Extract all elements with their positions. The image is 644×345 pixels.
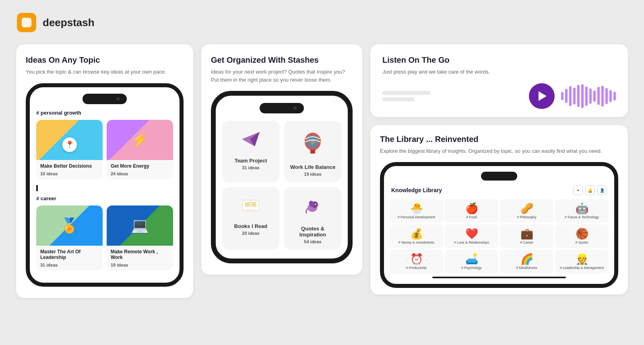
card-decisions[interactable]: 📍 Make Better Decisions 10 ideas xyxy=(36,120,103,179)
wave-bar-7 xyxy=(585,86,588,106)
card-leadership-meta: 31 ideas xyxy=(36,262,103,271)
svg-rect-6 xyxy=(310,150,315,154)
ideas-title: Ideas On Any Topic xyxy=(26,55,184,65)
money-icon: 💰 xyxy=(410,228,423,239)
stash-quotes-meta: 54 ideas xyxy=(304,239,321,244)
card-remote[interactable]: 💻 Make Remote Work , Work 19 ideas xyxy=(107,205,173,271)
svg-line-11 xyxy=(245,204,250,205)
card-energy-unit: ideas xyxy=(117,171,128,176)
stash-quotes-unit: ideas xyxy=(310,239,322,244)
logo-text: deepstash xyxy=(43,16,95,29)
phone-content-left: # personal growth 📍 Make Better Decision… xyxy=(34,110,175,271)
lib-item-productivity[interactable]: ⏰ # Productivity xyxy=(390,250,443,273)
stash-work-life-label: Work Life Balance xyxy=(290,164,335,170)
stash-work-life-icon xyxy=(302,130,323,158)
food-label: # Food xyxy=(466,215,477,220)
card-decisions-label: Make Better Decisions xyxy=(36,160,103,170)
psychology-label: # Psychology xyxy=(461,266,482,270)
card-leadership[interactable]: 🏅 Master The Art Of Leadership 31 ideas xyxy=(36,205,103,271)
card-decisions-image: 📍 xyxy=(36,120,103,160)
stash-team-project-meta: 31 ideas xyxy=(242,165,259,170)
stash-books[interactable]: Books I Read 20 ideas xyxy=(222,187,279,250)
svg-line-13 xyxy=(252,203,256,203)
stash-wlb-unit: ideas xyxy=(310,172,322,177)
wave-bar-12 xyxy=(605,88,608,104)
audio-title: Listen On The Go xyxy=(382,55,616,65)
lib-item-food[interactable]: 🍎 # Food xyxy=(445,199,498,223)
stash-work-life[interactable]: Work Life Balance 19 ideas xyxy=(284,121,341,182)
lib-profile-button[interactable]: 👤 xyxy=(597,185,607,195)
svg-point-20 xyxy=(316,204,316,205)
lib-item-love[interactable]: ❤️ # Love & Relationships xyxy=(445,224,498,248)
wave-bar-13 xyxy=(609,90,612,102)
lib-item-psychology[interactable]: 🛋️ # Psychology xyxy=(445,250,498,273)
lib-add-button[interactable]: + xyxy=(573,185,583,195)
svg-line-15 xyxy=(252,206,256,206)
card-remote-label: Make Remote Work , Work xyxy=(107,246,173,262)
stash-team-count: 31 xyxy=(242,165,247,170)
card-decisions-unit: ideas xyxy=(46,171,58,176)
right-column: Listen On The Go Just press play and we … xyxy=(370,44,628,294)
stash-quotes-count: 54 xyxy=(304,239,309,244)
play-button[interactable] xyxy=(529,83,555,109)
personal-development-icon: 🐣 xyxy=(410,203,423,214)
lib-item-sports[interactable]: 🏀 # Sports xyxy=(555,224,609,248)
audio-visual xyxy=(382,83,616,109)
svg-line-14 xyxy=(252,204,256,205)
mindfulness-label: # Mindfulness xyxy=(516,266,537,270)
wave-bar-10 xyxy=(597,87,600,105)
stash-work-life-meta: 19 ideas xyxy=(304,172,321,177)
career-icon: 💼 xyxy=(520,228,533,239)
lib-scroll-indicator xyxy=(432,277,566,278)
productivity-icon: ⏰ xyxy=(410,254,423,264)
lib-item-future-tech[interactable]: 🤖 # Future & Technology xyxy=(555,199,609,223)
stashes-panel: Get Organized With Stashes Ideas for you… xyxy=(201,44,362,275)
lib-item-money[interactable]: 💰 # Money & Investments xyxy=(390,224,443,248)
main-content: Ideas On Any Topic You pick the topic & … xyxy=(16,44,628,298)
personal-development-label: # Personal Development xyxy=(398,215,435,220)
wave-bar-8 xyxy=(589,88,592,104)
money-label: # Money & Investments xyxy=(398,240,434,245)
mindfulness-icon: 🌈 xyxy=(520,254,533,264)
lib-notify-button[interactable]: 🔔 xyxy=(585,185,595,195)
stash-quotes[interactable]: Quotes & Inspiration 54 ideas xyxy=(284,187,341,250)
wave-bar-4 xyxy=(573,88,576,105)
library-panel: The Library ... Reinvented Explore the b… xyxy=(370,125,628,295)
audio-subtitle: Just press play and we take care of the … xyxy=(382,68,616,76)
stash-books-count: 20 xyxy=(242,231,247,236)
brand-name-bold: stash xyxy=(67,16,95,29)
stash-quotes-label: Quotes & Inspiration xyxy=(289,226,336,238)
phone-notch-center xyxy=(260,103,304,113)
ideas-subtitle: You pick the topic & can browse key idea… xyxy=(26,68,184,76)
lib-header-icons: + 🔔 👤 xyxy=(573,185,607,195)
stash-team-project-label: Team Project xyxy=(235,158,267,164)
card-remote-image: 💻 xyxy=(107,205,173,246)
personal-growth-cards: 📍 Make Better Decisions 10 ideas ⚡ xyxy=(36,120,173,179)
wave-bar-6 xyxy=(581,84,584,108)
stash-team-project[interactable]: Team Project 31 ideas xyxy=(222,121,279,182)
card-energy[interactable]: ⚡ Get More Energy 24 ideas xyxy=(107,120,173,179)
food-icon: 🍎 xyxy=(465,203,478,214)
philosophy-icon: 🥜 xyxy=(520,203,533,214)
phone-mockup-library: Knowledge Library + 🔔 👤 🐣 # Personal Dev… xyxy=(380,162,618,288)
sports-label: # Sports xyxy=(576,240,588,245)
wave-bar-1 xyxy=(561,92,564,100)
lib-item-leadership[interactable]: 👷 # Leadership & Management xyxy=(555,250,609,273)
library-title: The Library ... Reinvented xyxy=(380,135,618,144)
wave-bar-9 xyxy=(593,90,596,102)
lib-item-career[interactable]: 💼 # Career xyxy=(500,224,553,248)
lib-item-mindfulness[interactable]: 🌈 # Mindfulness xyxy=(500,250,553,273)
section-tag-2: # career xyxy=(36,195,173,201)
stash-books-meta: 20 ideas xyxy=(242,231,259,236)
card-energy-count: 24 xyxy=(111,171,116,176)
page: deepstash Ideas On Any Topic You pick th… xyxy=(0,0,644,310)
audio-line-2 xyxy=(382,97,415,101)
stash-quotes-icon xyxy=(303,197,322,220)
psychology-icon: 🛋️ xyxy=(465,254,478,264)
productivity-label: # Productivity xyxy=(406,266,427,270)
leadership-mgmt-icon: 👷 xyxy=(576,254,588,264)
career-cards: 🏅 Master The Art Of Leadership 31 ideas … xyxy=(36,205,173,271)
lib-item-philosophy[interactable]: 🥜 # Philosophy xyxy=(500,199,553,223)
wave-bar-5 xyxy=(577,85,580,107)
lib-item-personal-development[interactable]: 🐣 # Personal Development xyxy=(390,199,443,223)
